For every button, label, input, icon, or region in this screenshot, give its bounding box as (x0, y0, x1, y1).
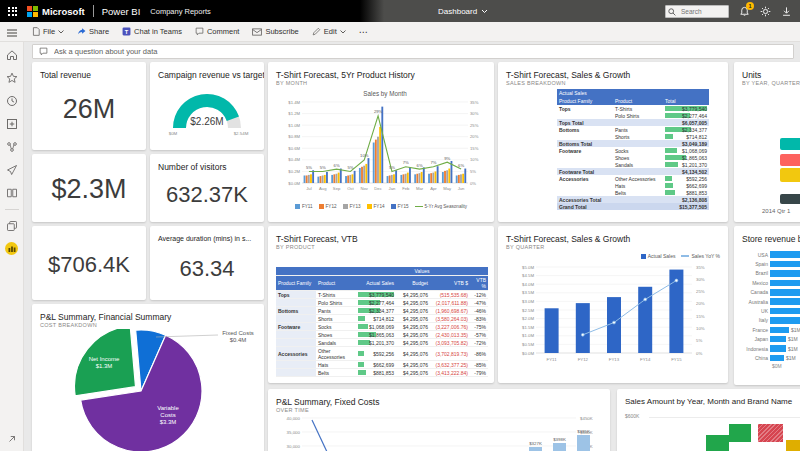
store-bar-row[interactable]: USA (742, 250, 800, 259)
search-box[interactable] (665, 5, 729, 18)
qna-bar[interactable] (32, 44, 794, 59)
sidebar-item-create[interactable] (5, 117, 19, 131)
sidebar-item-learn[interactable] (5, 186, 19, 200)
tile-campaign-gauge[interactable]: Campaign revenue vs target $2.26M$0M$2.5… (150, 62, 264, 150)
table-row[interactable]: Sandals$1,201,370$4,295,076(3,093,705.82… (276, 339, 488, 347)
table-row[interactable]: Footware Total$4,134,502 (557, 168, 709, 175)
store-bar-row[interactable]: Canada (742, 288, 800, 297)
tile-pnl-pie[interactable]: P&L Summary, Financial Summary COST BREA… (32, 304, 264, 451)
sales-amount-block[interactable] (786, 440, 800, 451)
more-options-button[interactable]: ⋯ (359, 27, 368, 37)
tile-sales-breakdown[interactable]: T-Shirt Forecast, Sales & Growth SALES B… (498, 62, 728, 222)
store-bar-row[interactable]: France$1M (742, 325, 800, 334)
tile-store-revenue[interactable]: Store revenue by co USASpainBrazilMexico… (734, 226, 800, 385)
table-row[interactable]: Shoes$1,865,063 (557, 154, 709, 161)
store-bar-row[interactable]: Spain (742, 259, 800, 268)
table-row[interactable]: Tops Total$6,057,005 (557, 119, 709, 126)
quarter-bars[interactable] (545, 270, 684, 353)
table-row[interactable]: BottomsPants$2,334,377$4,295,076(1,960,6… (276, 307, 488, 315)
kpi-value: 632.37K (150, 182, 264, 208)
table-row[interactable]: Hats$662,699 (557, 182, 709, 189)
subscribe-button[interactable]: Subscribe (252, 27, 298, 36)
table-row[interactable]: Shoes$1,865,063$4,295,076(2,430,013.35)-… (276, 331, 488, 339)
table-row[interactable]: Belts$881,853 (557, 189, 709, 196)
table-row[interactable]: Bottoms Total$3,049,189 (557, 140, 709, 147)
chat-in-teams-button[interactable]: T Chat in Teams (122, 27, 182, 36)
tile-avg-duration[interactable]: Average duration (mins) in s... 63.34 (150, 226, 264, 300)
sales-breakdown-matrix[interactable]: Actual SalesProduct FamilyProductTotalTo… (557, 89, 709, 210)
tile-revenue-23m[interactable]: $2.3M (32, 154, 146, 222)
open-external-button[interactable] (5, 432, 19, 446)
table-row[interactable]: Polo Shirts$2,277,464 (557, 112, 709, 119)
tile-units[interactable]: Units BY YEAR, QUARTER, MAN 2014 Qtr 1 (734, 62, 800, 222)
qna-input[interactable] (52, 46, 793, 57)
table-row[interactable]: Grand Total$15,377,505 (557, 203, 709, 210)
app-launcher-icon[interactable] (8, 7, 17, 16)
comment-button[interactable]: Comment (195, 27, 240, 36)
table-row[interactable]: FootwareSocks$1,068,069 (557, 147, 709, 154)
svg-text:Sales by Month: Sales by Month (363, 90, 407, 98)
tile-history[interactable]: T-Shirt Forecast, 5Yr Product History BY… (268, 62, 494, 222)
sidebar-item-favorites[interactable] (5, 71, 19, 85)
table-row[interactable]: Accessories Total$2,136,808 (557, 196, 709, 203)
legend-item[interactable]: FY14 (367, 204, 385, 209)
table-row[interactable]: Polo Shirts$2,277,464$4,295,076(2,017,61… (276, 299, 488, 307)
hamburger-menu[interactable] (7, 29, 17, 39)
share-button[interactable]: Share (77, 27, 109, 36)
seasonality-line[interactable] (309, 116, 461, 172)
sales-amount-block[interactable] (758, 424, 783, 442)
sidebar-item-workspaces[interactable] (5, 219, 19, 233)
tile-quarter[interactable]: T-Shirt Forecast, Sales & Growth BY QUAR… (498, 226, 728, 383)
table-row[interactable]: Shorts$714,812$4,295,076(3,580,264.03)-8… (276, 315, 488, 323)
current-workspace-avatar[interactable] (5, 242, 18, 255)
download-button[interactable] (781, 6, 792, 17)
sales-amount-block[interactable] (706, 435, 729, 451)
ribbon-bands[interactable] (780, 138, 800, 210)
tile-vtb[interactable]: T-Shirt Forecast, VTB BY PRODUCT ValuesP… (268, 226, 494, 383)
tile-total-revenue[interactable]: Total revenue 26M (32, 62, 146, 150)
file-menu[interactable]: File (32, 27, 64, 36)
store-bar-row[interactable]: Mexico (742, 278, 800, 287)
table-row[interactable]: AccessoriesOther Accessories$592,256$4,2… (276, 347, 488, 361)
store-bar-row[interactable]: Italy (742, 316, 800, 325)
legend-item[interactable]: 5-Yr Avg Seasonality (415, 204, 468, 209)
notifications-button[interactable]: 1 (739, 6, 750, 17)
tile-sales-amount[interactable]: Sales Amount by Year, Month and Brand Na… (617, 389, 800, 451)
sidebar-item-home[interactable] (5, 48, 19, 62)
store-bar-row[interactable]: Australia (742, 297, 800, 306)
tile-fixed-costs[interactable]: P&L Summary, Fixed Costs OVER TIME 40,00… (268, 389, 610, 451)
edit-menu[interactable]: Edit (312, 27, 346, 36)
legend-item[interactable]: FY15 (391, 204, 409, 209)
legend-item[interactable]: FY13 (343, 204, 361, 209)
table-row[interactable]: Shorts$714,812 (557, 133, 709, 140)
page-selector[interactable]: Dashboard (438, 0, 488, 22)
vtb-matrix[interactable]: ValuesProduct FamilyProductActual SalesB… (276, 267, 488, 377)
search-input[interactable] (679, 6, 727, 17)
tile-subtitle: BY MONTH (276, 80, 486, 87)
store-bar-row[interactable]: Brazil (742, 269, 800, 278)
settings-button[interactable] (760, 6, 771, 17)
table-row[interactable]: TopsT-Shirts$3,779,540 (557, 105, 709, 112)
store-bar-row[interactable]: Japan$1M (742, 335, 800, 344)
sidebar-item-apps[interactable] (5, 163, 19, 177)
sales-breakdown-table: Actual SalesProduct FamilyProductTotalTo… (506, 89, 720, 210)
table-row[interactable]: TopsT-Shirts$3,779,540$4,295,076(515,535… (276, 291, 488, 299)
legend-item[interactable]: FY11 (295, 204, 313, 209)
store-bar-row[interactable]: China$1M (742, 353, 800, 362)
table-row[interactable]: Belts$881,853$4,295,076(3,413,222.84)-79… (276, 369, 488, 377)
legend-item[interactable]: FY12 (319, 204, 337, 209)
table-row[interactable]: FootwareSocks$1,068,069$4,295,076(3,227,… (276, 323, 488, 331)
tile-sales-706k[interactable]: $706.4K (32, 226, 146, 300)
pie-slices[interactable] (74, 329, 202, 451)
table-row[interactable]: AccessoriesOther Accessories$592,256 (557, 175, 709, 182)
sidebar-item-recent[interactable] (5, 94, 19, 108)
table-row[interactable]: Hats$662,699$4,295,076(3,632,377.25)-85% (276, 361, 488, 369)
sales-amount-block[interactable] (729, 424, 751, 442)
store-bar-row[interactable]: UK (742, 306, 800, 315)
tile-visitors[interactable]: Number of visitors 632.37K (150, 154, 264, 222)
sidebar-item-datasets[interactable] (5, 140, 19, 154)
history-legend: FY11FY12FY13FY14FY155-Yr Avg Seasonality (276, 204, 486, 209)
store-bar-row[interactable]: Indonesia$1M (742, 344, 800, 353)
table-row[interactable]: BottomsPants$2,334,377 (557, 126, 709, 133)
table-row[interactable]: Sandals$1,201,370 (557, 161, 709, 168)
